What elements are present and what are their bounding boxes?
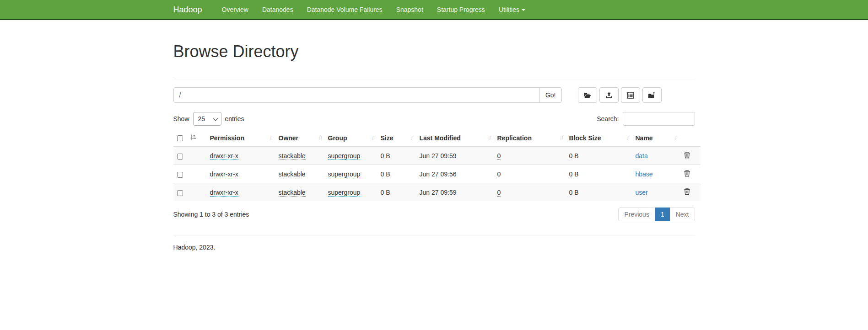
list-icon (627, 92, 634, 99)
permission-editable[interactable]: drwxr-xr-x (210, 189, 238, 197)
nav-item-datanodes[interactable]: Datanodes (255, 0, 300, 19)
last-modified-value: Jun 27 09:59 (420, 189, 457, 196)
header-select-all[interactable] (173, 129, 206, 147)
sort-both-icon: ↓↑ (488, 134, 491, 141)
group-editable[interactable]: supergroup (328, 189, 361, 197)
nav-item-utilities-dropdown[interactable]: Utilities (492, 0, 532, 19)
page-size-select-wrap: 25 (193, 112, 221, 126)
header-block-size-label: Block Size (569, 134, 601, 142)
header-replication[interactable]: Replication ↓↑ (494, 129, 566, 147)
row-checkbox[interactable] (177, 190, 183, 196)
header-permission[interactable]: Permission ↓↑ (206, 129, 275, 147)
page-length-control: Show 25 entries (173, 112, 244, 126)
page-size-select[interactable]: 25 (193, 112, 221, 126)
header-owner-label: Owner (279, 134, 299, 142)
delete-button[interactable] (684, 151, 690, 160)
directory-table: Permission ↓↑ Owner ↓↑ Group ↓↑ Size ↓↑ … (173, 129, 701, 201)
directory-link[interactable]: data (636, 152, 648, 160)
header-group[interactable]: Group ↓↑ (324, 129, 377, 147)
sort-amount-icon (190, 134, 196, 142)
permission-editable[interactable]: drwxr-xr-x (210, 152, 238, 160)
replication-editable[interactable]: 0 (497, 189, 501, 197)
pagination-page-1[interactable]: 1 (655, 208, 670, 221)
trash-icon (684, 190, 690, 197)
header-name[interactable]: Name ↓↑ (632, 129, 680, 147)
show-label: Show (173, 115, 189, 122)
permission-editable[interactable]: drwxr-xr-x (210, 170, 238, 178)
block-size-value: 0 B (569, 152, 579, 160)
file-action-buttons (578, 87, 664, 103)
owner-editable[interactable]: stackable (279, 189, 306, 197)
navbar-container: Hadoop Overview Datanodes Datanode Volum… (167, 0, 702, 19)
create-directory-button[interactable] (578, 87, 597, 103)
owner-editable[interactable]: stackable (279, 152, 306, 160)
title-divider (173, 77, 695, 77)
storage-policy-button[interactable] (642, 87, 662, 103)
folder-arrows-icon (648, 92, 656, 99)
entries-info: Showing 1 to 3 of 3 entries (173, 211, 249, 218)
group-editable[interactable]: supergroup (328, 170, 361, 178)
brand-hadoop[interactable]: Hadoop (173, 5, 202, 15)
header-owner[interactable]: Owner ↓↑ (275, 129, 324, 147)
delete-button[interactable] (684, 170, 690, 178)
header-permission-label: Permission (210, 134, 244, 142)
table-footer-controls: Showing 1 to 3 of 3 entries Previous 1 N… (173, 208, 695, 221)
header-last-modified[interactable]: Last Modified ↓↑ (416, 129, 494, 147)
pagination-next[interactable]: Next (670, 208, 695, 221)
header-replication-label: Replication (497, 134, 532, 142)
sort-both-icon: ↓↑ (674, 134, 677, 141)
main-content: Browse Directory Go! (167, 42, 702, 251)
group-editable[interactable]: supergroup (328, 152, 361, 160)
owner-editable[interactable]: stackable (279, 170, 306, 178)
upload-files-button[interactable] (599, 87, 619, 103)
row-checkbox[interactable] (177, 154, 183, 160)
header-last-modified-label: Last Modified (420, 134, 461, 142)
size-value: 0 B (381, 152, 390, 160)
header-actions (680, 129, 701, 147)
directory-path-input[interactable] (173, 87, 540, 103)
header-group-label: Group (328, 134, 347, 142)
go-button[interactable]: Go! (539, 87, 562, 103)
select-all-checkbox[interactable] (177, 135, 183, 141)
entries-label: entries (225, 115, 244, 122)
replication-editable[interactable]: 0 (497, 170, 501, 178)
size-value: 0 B (381, 189, 390, 196)
directory-link[interactable]: user (636, 189, 648, 196)
search-label: Search: (597, 115, 619, 122)
nav-item-startup-progress[interactable]: Startup Progress (430, 0, 492, 19)
pagination-previous[interactable]: Previous (618, 208, 655, 221)
search-input[interactable] (623, 112, 695, 126)
directory-link[interactable]: hbase (636, 170, 653, 178)
search-control: Search: (597, 112, 695, 126)
table-row: drwxr-xr-x stackable supergroup 0 B Jun … (173, 183, 701, 202)
footer-divider (173, 235, 695, 235)
row-checkbox[interactable] (177, 172, 183, 178)
table-header-row: Permission ↓↑ Owner ↓↑ Group ↓↑ Size ↓↑ … (173, 129, 701, 147)
quota-list-button[interactable] (621, 87, 640, 103)
last-modified-value: Jun 27 09:59 (420, 152, 457, 160)
caret-down-icon (522, 9, 525, 11)
page-title: Browse Directory (173, 42, 695, 61)
table-controls: Show 25 entries Search: (173, 112, 695, 126)
block-size-value: 0 B (569, 170, 579, 178)
footer-text: Hadoop, 2023. (173, 244, 695, 251)
sort-both-icon: ↓↑ (560, 134, 563, 141)
delete-button[interactable] (684, 188, 690, 197)
nav-item-datanode-volume-failures[interactable]: Datanode Volume Failures (300, 0, 389, 19)
nav-item-snapshot[interactable]: Snapshot (389, 0, 430, 19)
trash-icon (684, 171, 690, 178)
nav-item-overview[interactable]: Overview (215, 0, 255, 19)
path-input-group: Go! (173, 87, 562, 103)
sort-both-icon: ↓↑ (410, 134, 413, 141)
replication-editable[interactable]: 0 (497, 152, 501, 160)
sort-both-icon: ↓↑ (318, 134, 322, 141)
size-value: 0 B (381, 170, 390, 178)
header-size[interactable]: Size ↓↑ (377, 129, 416, 147)
top-navbar: Hadoop Overview Datanodes Datanode Volum… (0, 0, 868, 20)
folder-open-icon (583, 92, 591, 99)
sort-both-icon: ↓↑ (626, 134, 629, 141)
header-block-size[interactable]: Block Size ↓↑ (566, 129, 632, 147)
cloud-upload-icon (605, 92, 613, 99)
path-bar: Go! (173, 87, 695, 103)
sort-both-icon: ↓↑ (371, 134, 374, 141)
